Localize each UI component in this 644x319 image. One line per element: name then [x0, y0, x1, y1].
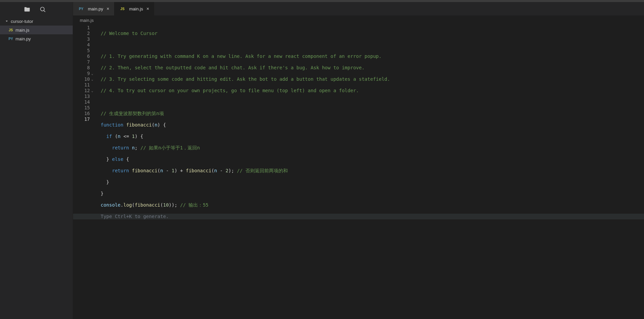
js-file-icon: JS — [119, 7, 126, 11]
main-layout: cursor-tutor JS main.js PY main.py PY ma… — [0, 2, 644, 319]
fold-chevron-icon[interactable]: ⌄ — [91, 76, 93, 82]
folder-header[interactable]: cursor-tutor — [0, 17, 73, 26]
file-list: JS main.js PY main.py — [0, 26, 73, 43]
line-number: 6 — [73, 54, 90, 59]
line-number: 11 — [73, 82, 90, 88]
breadcrumb[interactable]: main.js — [73, 15, 644, 25]
line-number: 10⌄ — [73, 76, 90, 82]
chevron-down-icon — [5, 19, 9, 23]
svg-point-0 — [40, 7, 44, 11]
close-icon[interactable]: × — [105, 6, 111, 12]
py-file-icon: PY — [7, 37, 14, 41]
line-number: 17 — [73, 116, 90, 122]
breadcrumb-item: main.js — [80, 18, 94, 23]
line-number: 13 — [73, 94, 90, 99]
line-number: 1 — [73, 25, 90, 31]
tab-label: main.js — [129, 6, 143, 11]
line-number: 3 — [73, 36, 90, 42]
tab-label: main.py — [88, 6, 103, 11]
js-file-icon: JS — [7, 28, 14, 32]
sidebar-toolbar — [0, 2, 73, 17]
sidebar: cursor-tutor JS main.js PY main.py — [0, 2, 73, 319]
line-number: 2 — [73, 31, 90, 36]
tab-main-py[interactable]: PY main.py × — [73, 2, 114, 15]
tabs: PY main.py × JS main.js × — [73, 2, 644, 15]
line-number: 8 — [73, 65, 90, 71]
line-number: 15 — [73, 105, 90, 111]
line-number: 14 — [73, 99, 90, 105]
search-icon[interactable] — [40, 6, 46, 12]
line-number: 4 — [73, 42, 90, 48]
tab-main-js[interactable]: JS main.js × — [114, 2, 154, 15]
file-name: main.js — [15, 28, 29, 33]
fold-chevron-icon[interactable]: ⌄ — [91, 88, 93, 94]
fold-chevron-icon[interactable]: ⌄ — [91, 71, 93, 76]
folder-name: cursor-tutor — [11, 19, 33, 24]
close-icon[interactable]: × — [145, 6, 150, 12]
line-number: 16 — [73, 111, 90, 116]
line-gutter: 1 2 3 4 5 6 7 8 9⌄ 10⌄ 11 12⌄ 13 14 15 1… — [73, 25, 94, 319]
folder-icon[interactable] — [24, 6, 30, 12]
editor-area: PY main.py × JS main.js × main.js 1 2 3 … — [73, 2, 644, 319]
line-number: 12⌄ — [73, 88, 90, 94]
py-file-icon: PY — [78, 7, 84, 11]
line-number: 9⌄ — [73, 71, 90, 76]
file-name: main.py — [15, 36, 31, 41]
code-editor[interactable]: 1 2 3 4 5 6 7 8 9⌄ 10⌄ 11 12⌄ 13 14 15 1… — [73, 25, 644, 319]
line-number: 5 — [73, 48, 90, 54]
ghost-text-hint: Type Ctrl+K to generate. — [101, 214, 169, 219]
file-item-main-js[interactable]: JS main.js — [0, 26, 73, 34]
line-number: 7 — [73, 59, 90, 65]
file-item-main-py[interactable]: PY main.py — [0, 34, 73, 43]
code-content[interactable]: // Welcome to Cursor // 1. Try generatin… — [94, 25, 644, 319]
